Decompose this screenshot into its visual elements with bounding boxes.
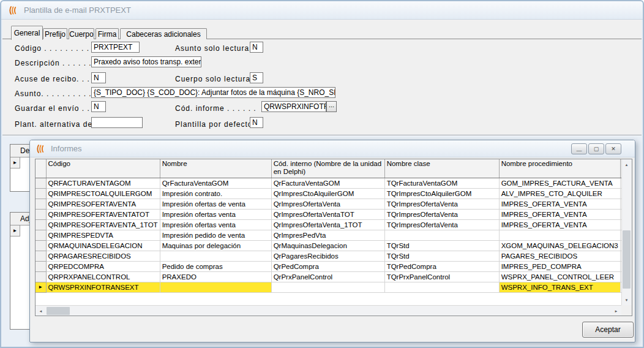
table-cell[interactable]: QrImpresOfertaVentaTOT xyxy=(271,209,384,219)
table-cell[interactable] xyxy=(160,282,271,292)
main-title-bar[interactable]: Plantilla de e-mail PRXTPEXT xyxy=(1,1,643,20)
table-cell[interactable]: Pedido de compras xyxy=(160,261,271,271)
asunto-input[interactable]: {S_TIPO_DOC} {S_COD_DOC}: Adjuntar fotos… xyxy=(91,87,335,98)
table-cell[interactable]: QRIMPRESOFERTAVENTA_1TOT xyxy=(46,219,160,230)
table-cell[interactable] xyxy=(271,282,384,292)
table-cell[interactable]: QRMAQUINASDELEGACION xyxy=(46,240,160,251)
plantilla-defecto-input[interactable]: N xyxy=(250,117,263,128)
table-cell[interactable]: QrImpresCtoAlquilerGOM xyxy=(271,188,384,199)
table-cell[interactable]: IMPRES_OFERTA_VENTA xyxy=(499,199,620,209)
table-cell[interactable] xyxy=(384,230,499,240)
scroll-up-arrow-icon[interactable]: ▲ xyxy=(621,159,632,170)
tab-cabeceras-adicionales[interactable]: Cabeceras adicionales xyxy=(120,28,207,39)
table-cell[interactable]: Impresión pedido de venta xyxy=(160,230,271,240)
tab-cuerpo[interactable]: Cuerpo xyxy=(69,28,94,39)
table-cell[interactable]: QRFACTURAVENTAGOM xyxy=(46,178,160,188)
asunto-solo-lectura-input[interactable]: N xyxy=(250,42,263,53)
close-button[interactable]: ✕ xyxy=(605,143,621,154)
table-cell[interactable]: QrMaquinasDelegacion xyxy=(271,240,384,251)
table-cell[interactable]: QRPEDCOMPRA xyxy=(46,261,160,271)
plant-alternativa-input[interactable] xyxy=(91,117,143,128)
table-cell[interactable]: Impresión ofertas de venta xyxy=(160,199,271,209)
table-row[interactable]: QRPRXPANELCONTROLPRAXEDOQrPrxPanelContro… xyxy=(36,271,630,282)
scroll-right-arrow-icon[interactable]: ► xyxy=(611,306,621,316)
table-cell[interactable]: QRIMPRESCTOALQUILERGOM xyxy=(46,188,160,199)
column-header[interactable]: Código xyxy=(46,159,160,178)
destinatarios-grid[interactable]: De ► xyxy=(10,144,31,192)
table-cell[interactable]: TQrStd xyxy=(384,251,499,261)
table-cell[interactable]: QRWSPRXINFOTRANSEXT xyxy=(46,282,160,292)
column-header[interactable]: Cód. interno (Nombre de la unidad en Del… xyxy=(271,159,384,178)
table-cell[interactable] xyxy=(499,230,620,240)
horizontal-scrollbar-thumb[interactable] xyxy=(47,307,70,315)
tab-firma[interactable]: Firma xyxy=(95,28,119,39)
table-cell[interactable]: TQrImpresOfertaVenta xyxy=(384,199,499,209)
table-row[interactable]: QRIMPRESCTOALQUILERGOMImpresión contrato… xyxy=(36,188,630,199)
aceptar-button[interactable]: Aceptar xyxy=(582,322,634,338)
table-row[interactable]: QRPAGARESRECIBIDOSQrPagaresRecibidosTQrS… xyxy=(36,251,630,261)
maximize-button[interactable]: ▢ xyxy=(588,143,604,154)
table-cell[interactable]: TQrImpresOfertaVenta xyxy=(384,209,499,219)
guardar-envio-input[interactable]: N xyxy=(91,101,106,112)
vertical-scrollbar[interactable]: ▲ ▼ xyxy=(621,159,632,305)
table-cell[interactable]: TQrPedCompra xyxy=(384,261,499,271)
cod-informe-input[interactable]: QRWSPRXINFOTRANSEXT xyxy=(261,101,326,112)
minimize-button[interactable]: — xyxy=(571,143,587,154)
table-cell[interactable]: TQrPrxPanelControl xyxy=(384,271,499,282)
tab-general[interactable]: General xyxy=(11,26,43,40)
table-cell[interactable]: Maquinas por delegación xyxy=(160,240,271,251)
column-header[interactable]: Nombre xyxy=(160,159,271,178)
dialog-title-bar[interactable]: Informes xyxy=(30,140,635,157)
horizontal-scrollbar[interactable]: ◄ ► xyxy=(36,305,621,316)
table-cell[interactable]: QrImpresOfertaVenta xyxy=(271,199,384,209)
table-cell[interactable]: TQrStd xyxy=(384,240,499,251)
scroll-down-arrow-icon[interactable]: ▼ xyxy=(621,295,632,305)
table-cell[interactable]: QrPedCompra xyxy=(271,261,384,271)
table-cell[interactable]: QrPagaresRecibidos xyxy=(271,251,384,261)
table-cell[interactable] xyxy=(160,251,271,261)
table-cell[interactable]: TQrImpresOfertaVenta xyxy=(384,219,499,230)
table-cell[interactable]: QRIMPRESOFERTAVENTATOT xyxy=(46,209,160,219)
table-cell[interactable]: QRPRXPANELCONTROL xyxy=(46,271,160,282)
table-cell[interactable]: QrImpresPedVta xyxy=(271,230,384,240)
table-cell[interactable]: ALV_IMPRES_CTO_ALQUILER xyxy=(499,188,620,199)
tab-prefijo[interactable]: Prefijo xyxy=(43,28,67,39)
table-cell[interactable]: QRIMPRESPEDVTA xyxy=(46,230,160,240)
cuerpo-solo-lectura-input[interactable]: S xyxy=(250,72,263,83)
table-cell[interactable]: QrFacturaVentaGOM xyxy=(160,178,271,188)
table-cell[interactable]: QrPrxPanelControl xyxy=(271,271,384,282)
table-row[interactable]: QRIMPRESOFERTAVENTATOTImpresión ofertas … xyxy=(36,209,630,219)
table-cell[interactable]: PRAXEDO xyxy=(160,271,271,282)
table-cell[interactable]: WSPRX_PANEL_CONTROL_LEER xyxy=(499,271,620,282)
table-cell[interactable]: QrFacturaVentaGOM xyxy=(271,178,384,188)
table-row[interactable]: QRPEDCOMPRAPedido de comprasQrPedCompraT… xyxy=(36,261,630,271)
table-cell[interactable]: QRPAGARESRECIBIDOS xyxy=(46,251,160,261)
table-cell[interactable]: Impresión contrato. xyxy=(160,188,271,199)
table-cell[interactable]: Impresión ofertas venta xyxy=(160,219,271,230)
table-cell[interactable] xyxy=(384,282,499,292)
descripcion-input[interactable]: Praxedo aviso fotos transp. extern xyxy=(91,56,201,67)
table-cell[interactable]: QrImpresOfertaVenta_1TOT xyxy=(271,219,384,230)
column-header[interactable]: Nombre procedimiento xyxy=(499,159,620,178)
table-cell[interactable]: QRIMPRESOFERTAVENTA xyxy=(46,199,160,209)
table-row[interactable]: QRIMPRESPEDVTAImpresión pedido de ventaQ… xyxy=(36,230,630,240)
table-cell[interactable]: XGOM_MAQUINAS_DELEGACION3 xyxy=(499,240,620,251)
table-cell[interactable]: WSPRX_INFO_TRANS_EXT xyxy=(499,282,620,292)
table-cell[interactable]: TQrFacturaVentaGOM xyxy=(384,178,499,188)
table-row[interactable]: ►QRWSPRXINFOTRANSEXTWSPRX_INFO_TRANS_EXT xyxy=(36,282,630,292)
table-cell[interactable]: GOM_IMPRES_FACTURA_VENTA xyxy=(499,178,620,188)
table-cell[interactable]: IMPRES_PED_COMPRA xyxy=(499,261,620,271)
table-row[interactable]: QRIMPRESOFERTAVENTA_1TOTImpresión oferta… xyxy=(36,219,630,230)
vertical-scrollbar-thumb[interactable] xyxy=(623,230,631,289)
table-cell[interactable]: IMPRES_OFERTA_VENTA xyxy=(499,209,620,219)
table-cell[interactable]: Impresión ofertas venta xyxy=(160,209,271,219)
codigo-input[interactable]: PRXTPEXT xyxy=(91,42,140,53)
table-row[interactable]: QRMAQUINASDELEGACIONMaquinas por delegac… xyxy=(36,240,630,251)
column-header[interactable]: Nombre clase xyxy=(384,159,499,178)
cod-informe-lookup-button[interactable]: ... xyxy=(326,101,337,112)
adjuntos-grid[interactable]: Adj ► xyxy=(10,212,31,330)
table-cell[interactable]: PAGARES_RECIBIDOS xyxy=(499,251,620,261)
table-cell[interactable]: TQrImpresCtoAlquilerGOM xyxy=(384,188,499,199)
table-cell[interactable]: IMPRES_OFERTA_VENTA xyxy=(499,219,620,230)
scroll-left-arrow-icon[interactable]: ◄ xyxy=(36,306,46,316)
